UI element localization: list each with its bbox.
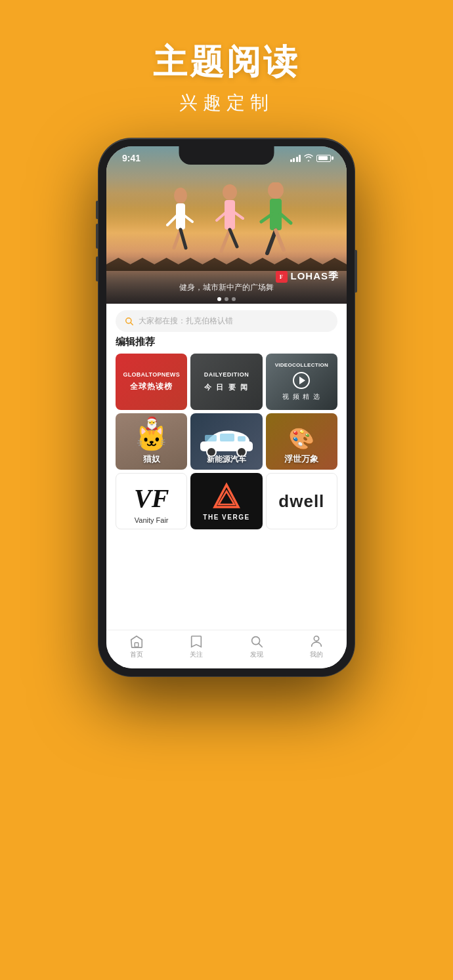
- svg-line-9: [230, 230, 237, 247]
- hero-dots: [106, 297, 347, 301]
- signal-icon: [290, 155, 301, 162]
- video-play-button: [293, 372, 310, 389]
- volume-up-button: [96, 224, 98, 249]
- hero-image: F LOHAS季 健身，城市新中产的广场舞: [106, 146, 347, 304]
- svg-point-31: [314, 636, 319, 641]
- power-button: [355, 250, 357, 293]
- svg-point-6: [223, 184, 237, 200]
- phone-frame: 9:41: [98, 138, 355, 676]
- hero-brand-name: LOHAS季: [291, 270, 339, 283]
- wifi-icon: [303, 153, 314, 163]
- daily-edition-line2: 今 日 要 闻: [204, 382, 249, 392]
- grid-item-vanity-fair[interactable]: VF Vanity Fair: [116, 473, 187, 529]
- search-area: 大家都在搜：扎克伯格认错: [106, 304, 347, 336]
- svg-line-15: [276, 230, 284, 250]
- discover-search-icon: [249, 634, 264, 649]
- cat-label: 猫奴: [116, 453, 187, 465]
- art-label: 浮世万象: [266, 453, 337, 465]
- svg-rect-25: [238, 436, 246, 441]
- grid-item-global-top-news[interactable]: GLOBALTOPNEWS 全球热读榜: [116, 354, 187, 410]
- svg-rect-24: [220, 434, 234, 441]
- svg-line-14: [267, 230, 276, 253]
- car-illustration: [197, 427, 256, 457]
- nav-profile-label: 我的: [310, 650, 323, 659]
- nav-item-follow[interactable]: 关注: [167, 634, 227, 659]
- svg-line-19: [131, 323, 133, 325]
- grid-row-2: 🐱 🎅 猫奴: [116, 413, 337, 470]
- svg-line-3: [181, 230, 186, 248]
- vf-logo: VF: [134, 483, 169, 514]
- phone-screen: 9:41: [106, 146, 347, 668]
- svg-line-17: [280, 214, 291, 223]
- status-icons: [290, 153, 332, 163]
- svg-rect-23: [205, 435, 217, 441]
- bookmark-icon: [189, 634, 204, 649]
- video-title: VIDEOCOLLECTION: [275, 362, 328, 368]
- nav-item-discover[interactable]: 发现: [226, 634, 287, 659]
- grid-item-the-verge[interactable]: THE VERGE: [190, 473, 262, 529]
- svg-line-2: [174, 230, 181, 248]
- global-top-news-line1: GLOBALTOPNEWS: [123, 371, 180, 379]
- nav-item-profile[interactable]: 我的: [287, 634, 347, 659]
- volume-down-button: [96, 256, 98, 281]
- verge-logo-icon: [212, 482, 241, 511]
- status-time: 9:41: [122, 153, 140, 163]
- search-placeholder: 大家都在搜：扎克伯格认错: [139, 316, 233, 327]
- nav-discover-label: 发现: [250, 650, 263, 659]
- nav-home-label: 首页: [130, 650, 143, 659]
- battery-icon: [316, 155, 331, 162]
- global-top-news-line2: 全球热读榜: [123, 381, 180, 392]
- hero-dot-2: [225, 297, 228, 301]
- nav-follow-label: 关注: [190, 650, 203, 659]
- content-area: 编辑推荐 GLOBALTOPNEWS 全球热读榜: [106, 336, 347, 624]
- grid-row-3: VF Vanity Fair THE VERGE dw: [116, 473, 337, 529]
- hero-brand: F LOHAS季: [276, 270, 339, 283]
- svg-point-12: [268, 182, 284, 199]
- car-label: 新能源汽车: [190, 454, 262, 465]
- daily-edition-line1: DAILYEDITION: [204, 371, 249, 379]
- vanity-fair-label: Vanity Fair: [116, 516, 186, 524]
- grid-item-ev-car[interactable]: 新能源汽车: [190, 413, 262, 470]
- mute-button: [96, 201, 98, 219]
- section-title: 编辑推荐: [116, 336, 337, 348]
- phone-wrapper: 9:41: [0, 138, 453, 676]
- verge-text: THE VERGE: [203, 514, 249, 521]
- bottom-nav: 首页 关注 发现: [106, 630, 347, 668]
- hero-dot-3: [232, 297, 236, 301]
- grid-item-art[interactable]: 🎨 浮世万象: [266, 413, 337, 470]
- svg-line-4: [167, 215, 177, 225]
- grid-item-video-collection[interactable]: VIDEOCOLLECTION 视 频 精 选: [266, 354, 337, 410]
- hero-dot-active: [217, 297, 221, 301]
- page-title: 主题阅读: [0, 39, 453, 85]
- page-header: 主题阅读 兴趣定制: [0, 0, 453, 132]
- svg-rect-28: [135, 643, 139, 647]
- home-icon: [129, 634, 144, 649]
- search-bar[interactable]: 大家都在搜：扎克伯格认错: [116, 310, 337, 332]
- svg-line-8: [221, 230, 230, 251]
- grid-item-cat[interactable]: 🐱 🎅 猫奴: [116, 413, 187, 470]
- page-subtitle: 兴趣定制: [0, 91, 453, 115]
- svg-rect-7: [225, 200, 235, 230]
- brand-logo-icon: F: [276, 271, 288, 283]
- person-icon: [309, 634, 324, 649]
- search-icon: [125, 317, 134, 326]
- svg-point-0: [174, 188, 187, 203]
- svg-line-30: [259, 643, 262, 647]
- hero-caption: 健身，城市新中产的广场舞: [106, 282, 347, 293]
- grid-item-daily-edition[interactable]: DAILYEDITION 今 日 要 闻: [190, 354, 262, 410]
- dwell-logo: dwell: [278, 491, 324, 512]
- svg-line-11: [234, 212, 243, 218]
- grid-item-dwell[interactable]: dwell: [266, 473, 337, 529]
- grid-row-1: GLOBALTOPNEWS 全球热读榜 DAILYEDITION 今 日 要 闻: [116, 354, 337, 410]
- notch: [179, 146, 274, 165]
- nav-item-home[interactable]: 首页: [106, 634, 167, 659]
- video-sub: 视 频 精 选: [275, 392, 328, 401]
